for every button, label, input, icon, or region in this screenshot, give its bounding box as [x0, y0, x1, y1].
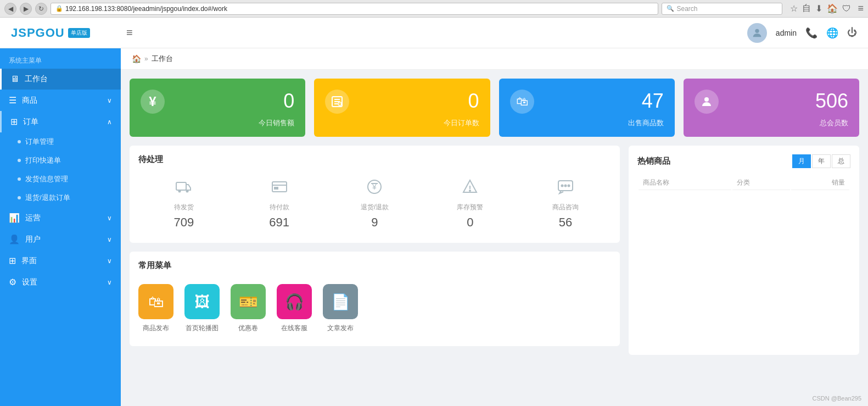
goods-arrow-icon: ∨	[107, 97, 112, 104]
search-placeholder: Search	[676, 5, 697, 13]
consult-icon	[557, 178, 574, 199]
two-col-layout: 待处理	[130, 146, 859, 355]
back-button[interactable]: ◀	[4, 3, 16, 15]
svg-point-21	[568, 185, 570, 187]
search-bar[interactable]: 🔍 Search	[662, 3, 782, 15]
hot-tab-total[interactable]: 总	[832, 154, 850, 168]
stat-card-members: 506 总会员数	[684, 79, 859, 137]
hamburger-button[interactable]: ≡	[126, 26, 747, 39]
url-bar[interactable]: 🔒 192.168.198.133:8080/jeeadmin/jspgou/i…	[51, 3, 658, 15]
pending-ship-label: 待发货	[174, 203, 194, 212]
col-product-name: 商品名称	[639, 176, 731, 190]
sidebar-users-label: 用户	[25, 235, 102, 244]
pending-title: 待处理	[138, 154, 611, 165]
forward-button[interactable]: ▶	[20, 3, 32, 15]
sub-refund-order-label: 退货/退款订单	[25, 193, 70, 203]
sidebar-item-users[interactable]: 👤 用户 ∨	[0, 229, 121, 250]
reload-button[interactable]: ↻	[35, 3, 47, 15]
pending-pay-item[interactable]: 待付款 691	[234, 178, 325, 230]
sidebar-item-operations[interactable]: 📊 运营 ∨	[0, 207, 121, 229]
bookmark-icon[interactable]: ☆	[790, 3, 798, 14]
hot-tab-year[interactable]: 年	[812, 154, 831, 168]
sidebar-item-interface[interactable]: ⊞ 界面 ∨	[0, 250, 121, 271]
svg-rect-8	[176, 182, 186, 190]
svg-point-0	[755, 29, 759, 32]
operations-icon: 📊	[9, 213, 20, 223]
sub-dot-refund-icon	[18, 196, 21, 199]
home-nav-icon[interactable]: 🏠	[827, 3, 838, 14]
interface-arrow-icon: ∨	[107, 257, 112, 265]
stat-card-top-members: 506	[695, 90, 848, 114]
sidebar-sub-order-manage[interactable]: 订单管理	[0, 132, 121, 151]
sidebar-item-goods[interactable]: ☰ 商品 ∨	[0, 90, 121, 111]
sub-dot-shipping-icon	[18, 177, 21, 181]
shield-icon[interactable]: 🛡	[842, 4, 851, 14]
username-label: admin	[776, 29, 797, 37]
svg-point-10	[186, 190, 188, 193]
sales-icon: ¥	[141, 90, 165, 114]
consult-item[interactable]: 商品咨询 56	[520, 178, 611, 230]
menu-item-publish-goods[interactable]: 🛍 商品发布	[138, 284, 173, 333]
phone-icon[interactable]: 📞	[805, 27, 817, 39]
svg-point-20	[565, 185, 567, 187]
stock-warn-label: 库存预警	[457, 203, 483, 212]
customer-service-icon: 🎧	[277, 284, 312, 319]
users-icon: 👤	[9, 234, 20, 244]
user-icon[interactable]: 自	[802, 3, 811, 14]
browser-chrome: ◀ ▶ ↻ 🔒 192.168.198.133:8080/jeeadmin/js…	[0, 0, 868, 18]
orders-icon: ⊞	[10, 116, 18, 127]
stock-warn-item[interactable]: 库存预警 0	[424, 178, 516, 230]
svg-point-19	[562, 185, 563, 187]
breadcrumb-home-icon[interactable]: 🏠	[132, 54, 141, 63]
stock-warn-value: 0	[467, 215, 473, 230]
stat-card-sales: ¥ 0 今日销售额	[130, 79, 305, 137]
sidebar-orders-label: 订单	[23, 117, 102, 127]
menu-item-banner[interactable]: 🖼 首页轮播图	[184, 284, 220, 333]
publish-goods-label: 商品发布	[143, 324, 169, 333]
browser-menu-icon[interactable]: ≡	[858, 3, 864, 14]
menu-item-coupon[interactable]: 🎫 优惠卷	[231, 284, 266, 333]
sidebar-item-orders[interactable]: ⊞ 订单 ∧	[0, 111, 121, 132]
pending-ship-item[interactable]: 待发货 709	[138, 178, 229, 230]
sales-value: 0	[283, 90, 294, 113]
earth-icon[interactable]: 🌐	[826, 27, 838, 39]
sidebar-sub-shipping[interactable]: 发货信息管理	[0, 170, 121, 188]
svg-point-7	[704, 97, 709, 102]
browser-toolbar: ☆ 自 ⬇ 🏠 🛡 ≡	[790, 3, 864, 14]
orders-today-label: 今日订单数	[325, 118, 479, 128]
pending-ship-value: 709	[174, 215, 194, 230]
hot-products-title: 热销商品	[637, 156, 670, 166]
col-sales: 销量	[791, 176, 849, 190]
pending-pay-value: 691	[269, 215, 289, 230]
hot-products-panel: 热销商品 月 年 总 商品名称	[629, 146, 859, 355]
stat-card-orders: 0 今日订单数	[314, 79, 490, 137]
banner-label: 首页轮播图	[186, 324, 219, 333]
sidebar-sub-print[interactable]: 打印快递单	[0, 151, 121, 170]
stat-cards: ¥ 0 今日销售额	[130, 79, 859, 137]
download-icon[interactable]: ⬇	[815, 3, 822, 14]
menu-item-customer-service[interactable]: 🎧 在线客服	[277, 284, 312, 333]
avatar	[747, 23, 767, 43]
app-wrapper: JSPGOU 单店版 ≡ admin 📞 🌐 ⏻ 系统主菜单 🖥 工作台	[0, 18, 868, 406]
power-icon[interactable]: ⏻	[847, 27, 857, 38]
svg-rect-13	[275, 187, 278, 189]
users-arrow-icon: ∨	[107, 236, 112, 243]
products-value: 47	[642, 90, 664, 113]
sidebar-item-settings[interactable]: ⚙ 设置 ∨	[0, 271, 121, 293]
consult-value: 56	[559, 215, 572, 230]
menu-item-article[interactable]: 📄 文章发布	[323, 284, 358, 333]
sub-shipping-label: 发货信息管理	[25, 174, 68, 184]
coupon-label: 优惠卷	[238, 324, 258, 333]
sub-dot-print-icon	[18, 159, 21, 162]
banner-icon: 🖼	[184, 284, 220, 319]
products-label: 出售商品数	[510, 118, 664, 128]
coupon-icon: 🎫	[231, 284, 266, 319]
stat-card-top-products: 🛍 47	[510, 90, 664, 114]
sidebar-sub-refund-order[interactable]: 退货/退款订单	[0, 188, 121, 207]
pending-panel: 待处理	[130, 146, 620, 243]
members-label: 总会员数	[695, 118, 848, 128]
refund-item[interactable]: ¥ 退货/退款 9	[329, 178, 421, 230]
hot-tab-month[interactable]: 月	[792, 154, 811, 168]
topbar-right: admin 📞 🌐 ⏻	[747, 23, 857, 43]
sidebar-item-workbench[interactable]: 🖥 工作台	[0, 69, 121, 90]
